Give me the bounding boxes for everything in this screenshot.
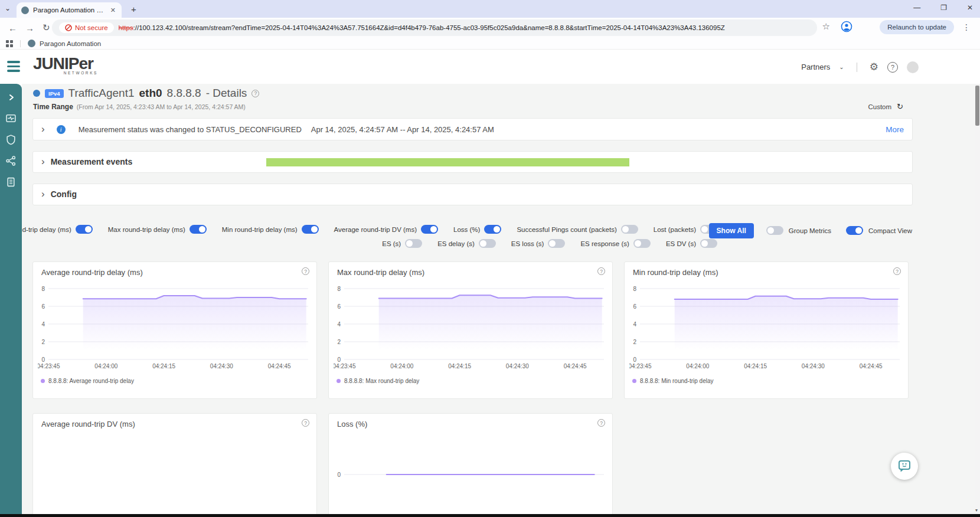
- metric-toggle-switch[interactable]: [700, 239, 717, 248]
- page-scrollbar[interactable]: ▾: [975, 84, 980, 514]
- chart-help-icon[interactable]: ?: [597, 267, 605, 275]
- account-menu[interactable]: Partners: [801, 63, 830, 71]
- url-scheme: https: [119, 24, 133, 31]
- config-expand-chevron-icon[interactable]: ›: [41, 190, 45, 198]
- window-close-button[interactable]: ✕: [967, 4, 973, 12]
- metric-toggle-switch[interactable]: [405, 239, 422, 248]
- chart-card-max-delay: Max round-trip delay (ms) ? 0246804:23:4…: [328, 261, 613, 399]
- metric-toggle-item: Successful Pings count (packets): [517, 225, 638, 234]
- event-timeline-bar[interactable]: [266, 158, 629, 166]
- metric-toggle-switch[interactable]: [302, 225, 319, 234]
- new-tab-button[interactable]: +: [131, 4, 136, 14]
- metric-toggle-item: Loss (%): [453, 225, 501, 234]
- user-avatar[interactable]: [907, 61, 919, 73]
- relaunch-to-update-button[interactable]: Relaunch to update: [880, 20, 954, 34]
- window-minimize-button[interactable]: —: [913, 4, 920, 12]
- banner-expand-chevron-icon[interactable]: ›: [41, 125, 45, 133]
- svg-text:6: 6: [633, 303, 636, 310]
- back-icon[interactable]: ←: [8, 23, 17, 33]
- scrollbar-thumb[interactable]: [975, 86, 979, 126]
- metric-toggle-switch[interactable]: [548, 239, 565, 248]
- sidebar-expand-icon[interactable]: [6, 92, 17, 103]
- chart-help-icon[interactable]: ?: [597, 419, 605, 427]
- metric-label: ES DV (s): [666, 240, 696, 247]
- metric-label: Average round-trip delay (ms): [22, 226, 71, 233]
- paragon-favicon: [21, 6, 29, 14]
- chevron-down-icon[interactable]: ⌄: [839, 64, 844, 70]
- address-bar[interactable]: Not secure https://100.123.42.100/stream…: [52, 19, 817, 36]
- sidebar-monitoring-icon[interactable]: [5, 113, 17, 124]
- group-metrics-switch[interactable]: [766, 226, 783, 235]
- title-suffix: - Details: [206, 87, 247, 100]
- hamburger-menu-icon[interactable]: [7, 61, 20, 74]
- bookmark-paragon[interactable]: Paragon Automation: [28, 40, 101, 47]
- tab-title: Paragon Automation - Partners: [33, 6, 105, 14]
- show-all-button[interactable]: Show All: [709, 223, 754, 238]
- sidebar-report-document-icon[interactable]: [5, 176, 17, 188]
- tab-close-icon[interactable]: ✕: [109, 6, 117, 14]
- metric-toggle-switch[interactable]: [633, 239, 651, 248]
- banner-more-link[interactable]: More: [886, 125, 904, 134]
- settings-gear-icon[interactable]: ⚙: [870, 61, 878, 73]
- bookmark-star-icon[interactable]: ☆: [822, 21, 830, 32]
- chart-title: Average round-trip DV (ms): [41, 420, 135, 428]
- url-text: https://100.123.42.100/stream/stream?end…: [119, 24, 725, 31]
- profile-icon[interactable]: [841, 21, 852, 35]
- metric-toggle-switch[interactable]: [621, 225, 638, 234]
- browser-toolbar: ← → ↻ Not secure https://100.123.42.100/…: [0, 18, 980, 38]
- svg-text:04:24:15: 04:24:15: [744, 363, 767, 369]
- group-metrics-label: Group Metrics: [789, 227, 831, 234]
- legend-dot: [337, 379, 341, 383]
- svg-text:4: 4: [41, 321, 45, 328]
- metric-toggle-switch[interactable]: [479, 239, 496, 248]
- metric-toggle-item: Min round-trip delay (ms): [222, 225, 319, 234]
- browser-menu-icon[interactable]: ⋮: [962, 22, 971, 32]
- chart-title: Max round-trip delay (ms): [337, 268, 424, 277]
- compact-view-switch[interactable]: [846, 226, 863, 235]
- chart-help-icon[interactable]: ?: [893, 267, 901, 275]
- events-expand-chevron-icon[interactable]: ›: [41, 158, 45, 166]
- metric-toggle-switch[interactable]: [190, 225, 207, 234]
- sidebar-topology-share-icon[interactable]: [5, 155, 17, 166]
- svg-text:04:23:45: 04:23:45: [629, 363, 652, 369]
- metric-label: ES loss (s): [511, 240, 544, 247]
- bookmarks-bar: Paragon Automation: [0, 38, 980, 50]
- sidebar-security-shield-icon[interactable]: [5, 134, 17, 145]
- apps-grid-icon[interactable]: [6, 40, 13, 47]
- forward-icon[interactable]: →: [25, 23, 34, 33]
- chart-help-icon[interactable]: ?: [302, 419, 309, 427]
- svg-text:6: 6: [41, 303, 45, 310]
- refresh-icon[interactable]: ↻: [897, 102, 903, 111]
- metric-toggle-switch[interactable]: [421, 225, 438, 234]
- tab-search-chevron-icon[interactable]: ⌄: [5, 4, 11, 12]
- svg-text:04:24:00: 04:24:00: [390, 363, 413, 369]
- banner-period: Apr 14, 2025, 4:24:57 AM -- Apr 14, 2025…: [311, 125, 494, 134]
- chart-legend[interactable]: 8.8.8.8: Min round-trip delay: [632, 378, 714, 384]
- svg-text:04:24:30: 04:24:30: [802, 363, 825, 369]
- not-secure-label: Not secure: [75, 24, 108, 31]
- chart-legend[interactable]: 8.8.8.8: Max round-trip delay: [337, 378, 419, 384]
- not-secure-chip[interactable]: Not secure: [59, 22, 114, 33]
- chart-help-icon[interactable]: ?: [302, 267, 309, 275]
- chat-feedback-button[interactable]: [891, 453, 918, 480]
- chart-plot: 0246804:23:4504:24:0004:24:1504:24:3004:…: [334, 283, 609, 378]
- time-range-custom[interactable]: Custom: [868, 103, 891, 110]
- metric-toggle-item: Average round-trip delay (ms): [22, 225, 93, 234]
- title-help-icon[interactable]: ?: [251, 90, 259, 97]
- chart-legend[interactable]: 8.8.8.8: Average round-trip delay: [41, 378, 134, 384]
- scrollbar-down-arrow-icon[interactable]: ▾: [975, 508, 978, 513]
- help-icon[interactable]: ?: [887, 62, 898, 73]
- metric-toggle-switch[interactable]: [484, 225, 501, 234]
- status-banner: › i Measurement status was changed to ST…: [32, 118, 913, 140]
- browser-tab[interactable]: Paragon Automation - Partners ✕: [17, 2, 122, 18]
- legend-dot: [632, 379, 636, 383]
- metric-label: Successful Pings count (packets): [517, 226, 616, 233]
- paragon-favicon: [28, 40, 35, 47]
- events-label: Measurement events: [51, 157, 133, 166]
- measurement-events-header[interactable]: › Measurement events: [41, 157, 132, 166]
- metric-toggle-switch[interactable]: [76, 225, 93, 234]
- ipv4-badge: IPv4: [45, 89, 64, 98]
- config-header[interactable]: › Config: [41, 189, 77, 199]
- reload-icon[interactable]: ↻: [43, 22, 50, 33]
- window-restore-button[interactable]: ❐: [940, 4, 947, 12]
